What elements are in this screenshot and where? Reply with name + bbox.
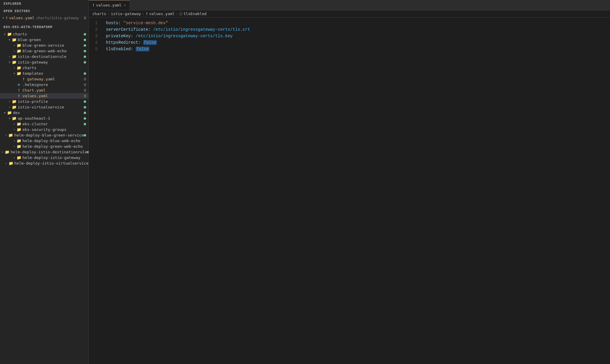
tree-item-charts[interactable]: ▾📁charts bbox=[0, 31, 88, 37]
tree-item-helm-deploy-istio-virtualservice[interactable]: ›📁helm-deploy-istio-virtualservice bbox=[0, 160, 88, 166]
code-line: 5tlsEnabled: false bbox=[89, 46, 610, 52]
tree-item-blue-green-service[interactable]: ›📁blue-green-service bbox=[0, 43, 88, 48]
modified-dot bbox=[84, 33, 86, 35]
tree-item-helm-deploy-blue-web-echo[interactable]: ›📁helm-deploy-blue-web-echo bbox=[0, 138, 88, 144]
syntax-value: false bbox=[136, 47, 149, 51]
tree-item-eks-security-groups[interactable]: ›📁eks-security-groups bbox=[0, 127, 88, 132]
tree-item-helm-deploy-green-web-echo[interactable]: ›📁helm-deploy-green-web-echo bbox=[0, 144, 88, 149]
tree-item-label: istio-virtualservice bbox=[18, 105, 84, 109]
modified-dot bbox=[84, 100, 86, 103]
folder-icon: 📁 bbox=[17, 139, 21, 143]
tree-item-.helmignore[interactable]: ≡.helmignoreU bbox=[0, 82, 88, 87]
tree-item-templates[interactable]: ▾📁templates bbox=[0, 71, 88, 76]
line-number: 3 bbox=[89, 33, 104, 39]
tab-values-yaml[interactable]: ! values.yaml × bbox=[89, 0, 130, 10]
syntax-colon: : bbox=[138, 40, 143, 45]
chevron-icon: › bbox=[4, 134, 8, 137]
explorer-heading: EXPLORER bbox=[0, 0, 88, 7]
tree-item-dev[interactable]: ▾📁dev bbox=[0, 110, 88, 116]
untracked-badge: U bbox=[84, 94, 86, 98]
tree-item-Chart.yaml[interactable]: !Chart.yamlU bbox=[0, 87, 88, 93]
tree-item-label: helm-deploy-blue-web-echo bbox=[22, 139, 88, 143]
tree-item-istio-profile[interactable]: ›📁istio-profile bbox=[0, 99, 88, 104]
tree-item-istio-destinationrule[interactable]: ›📁istio-destinationrule bbox=[0, 54, 88, 59]
tab-bar: ! values.yaml × bbox=[89, 0, 610, 10]
close-icon[interactable]: × bbox=[2, 16, 4, 20]
folder-icon: 📁 bbox=[17, 43, 21, 48]
tree-item-label: Chart.yaml bbox=[22, 88, 84, 92]
tree-item-label: values.yaml bbox=[22, 94, 84, 98]
open-editor-item[interactable]: × ! values.yaml charts/istio-gateway U bbox=[0, 15, 88, 21]
modified-dot bbox=[84, 44, 86, 47]
modified-dot bbox=[84, 50, 86, 52]
tree-item-label: eks-security-groups bbox=[22, 127, 88, 132]
tree-item-label: .helmignore bbox=[22, 82, 84, 87]
line-number: 5 bbox=[89, 46, 104, 52]
chevron-icon: › bbox=[7, 55, 12, 58]
folder-icon: 📁 bbox=[17, 127, 21, 132]
code-line: 2serverCertificate: /etc/istio/ingressga… bbox=[89, 26, 610, 33]
chevron-icon: › bbox=[7, 100, 12, 103]
folder-icon: 📁 bbox=[9, 161, 13, 165]
syntax-colon: : bbox=[118, 21, 123, 25]
syntax-colon: : bbox=[148, 27, 153, 32]
folder-icon: 📁 bbox=[7, 32, 12, 36]
tree-item-label: blue-green-web-echo bbox=[22, 49, 84, 53]
line-content: privateKey: /etc/istio/ingressgateway-ce… bbox=[104, 33, 610, 39]
tree-item-blue-green[interactable]: ▾📁blue-green bbox=[0, 37, 88, 43]
tab-filename: values.yaml bbox=[96, 3, 122, 7]
tree-item-ap-southeast-1[interactable]: ▾📁ap-southeast-1 bbox=[0, 116, 88, 121]
chevron-icon: › bbox=[4, 162, 9, 165]
tree-item-label: gateway.yaml bbox=[27, 77, 84, 81]
chevron-icon: ▾ bbox=[12, 72, 17, 75]
tree-item-label: charts bbox=[22, 66, 88, 70]
tree-item-blue-green-web-echo[interactable]: ›📁blue-green-web-echo bbox=[0, 48, 88, 54]
open-editor-filepath: charts/istio-gateway bbox=[36, 16, 79, 20]
tree-item-gateway.yaml[interactable]: !gateway.yamlU bbox=[0, 76, 88, 82]
syntax-key: hosts bbox=[106, 21, 118, 25]
tree-item-label: helm-deploy-istio-virtualservice bbox=[14, 161, 88, 165]
tab-close-icon[interactable]: × bbox=[124, 3, 126, 7]
untracked-badge: U bbox=[84, 88, 86, 92]
line-content: httpsRedirect: false bbox=[104, 39, 610, 46]
chevron-icon: ▾ bbox=[7, 117, 12, 120]
tree-item-istio-virtualservice[interactable]: ›📁istio-virtualservice bbox=[0, 104, 88, 110]
tree-item-label: istio-gateway bbox=[18, 60, 84, 64]
folder-icon: 📁 bbox=[12, 38, 17, 42]
tree-item-eks-cluster[interactable]: ›📁eks-cluster bbox=[0, 121, 88, 127]
untracked-badge: U bbox=[84, 77, 86, 81]
breadcrumb-tlsenabled: tlsEnabled bbox=[183, 12, 206, 16]
exclaim-icon: ! bbox=[6, 16, 8, 20]
tree-item-helm-deploy-istio-gateway[interactable]: ›📁helm-deploy-istio-gateway bbox=[0, 155, 88, 160]
modified-dot bbox=[84, 134, 86, 136]
tree-item-label: helm-deploy-istio-gateway bbox=[22, 155, 88, 160]
tree-item-helm-deploy-blue-green-service[interactable]: ›📁helm-deploy-blue-green-service bbox=[0, 132, 88, 138]
line-content: hosts: "service-mesh.dev" bbox=[104, 20, 610, 26]
tree-item-istio-gateway[interactable]: ▾📁istio-gateway bbox=[0, 59, 88, 65]
folder-icon: 📁 bbox=[17, 144, 21, 149]
folder-icon: 📁 bbox=[17, 71, 21, 76]
modified-dot bbox=[84, 39, 86, 41]
tree-item-helm-deploy-istio-destinationrule[interactable]: ›📁helm-deploy-istio-destinationrule bbox=[0, 149, 88, 155]
tree-item-values.yaml[interactable]: !values.yamlU bbox=[0, 93, 88, 99]
modified-dot bbox=[84, 72, 86, 75]
syntax-key: tlsEnabled bbox=[106, 47, 131, 51]
code-editor[interactable]: 1hosts: "service-mesh.dev"2serverCertifi… bbox=[89, 17, 610, 364]
syntax-value: /etc/istio/ingressgateway-certs/tls.key bbox=[136, 34, 233, 38]
syntax-colon: : bbox=[131, 34, 136, 38]
breadcrumb-values-yaml: values.yaml bbox=[149, 12, 175, 16]
file-icon: ≡ bbox=[17, 82, 21, 87]
open-editors-heading: OPEN EDITORS bbox=[0, 7, 88, 15]
modified-dot bbox=[84, 112, 86, 114]
folder-icon: 📁 bbox=[17, 122, 21, 126]
breadcrumb-exclaim-icon: ! bbox=[146, 12, 148, 16]
tree-item-label: dev bbox=[13, 110, 84, 115]
chevron-icon: › bbox=[7, 105, 12, 109]
line-number: 2 bbox=[89, 26, 104, 33]
chevron-icon: ▾ bbox=[7, 61, 12, 64]
tree-item-label: charts bbox=[13, 32, 84, 36]
syntax-key: privateKey bbox=[106, 34, 131, 38]
syntax-key: serverCertificate bbox=[106, 27, 148, 32]
syntax-colon: : bbox=[131, 47, 136, 51]
tree-item-charts-sub[interactable]: ›📁charts bbox=[0, 65, 88, 71]
